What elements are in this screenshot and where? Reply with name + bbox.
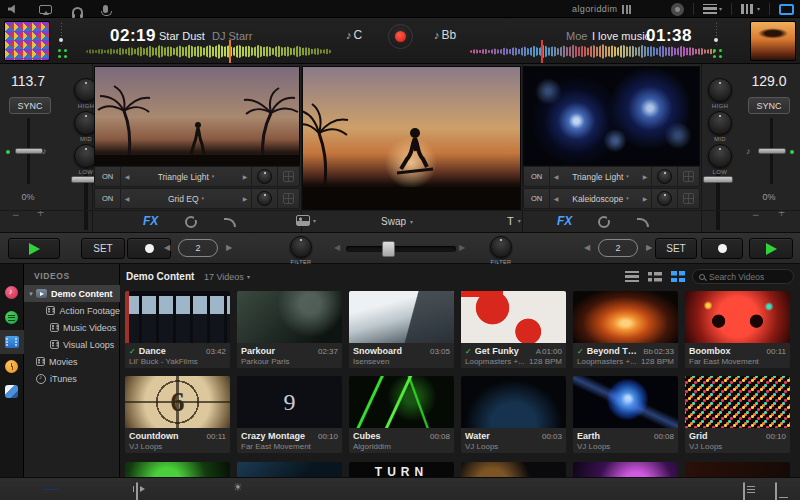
video-preview-deck-b[interactable] <box>523 66 700 166</box>
fx-amount-knob[interactable] <box>657 169 672 184</box>
list-view-icon[interactable] <box>625 271 639 282</box>
fx-next-icon[interactable]: ▶ <box>639 195 651 202</box>
fx-on-button[interactable]: ON <box>524 167 550 186</box>
text-tool-button[interactable]: T▾ <box>507 215 521 227</box>
queue-icon[interactable] <box>743 482 745 500</box>
sidebar-item-music-videos[interactable]: Music Videos <box>24 319 120 336</box>
crossfader-left-icon[interactable]: ◀ <box>334 243 340 252</box>
video-card-grid[interactable]: Grid00:10 VJ Loops <box>685 376 790 453</box>
play-button-deck-b[interactable] <box>749 238 793 259</box>
fx-amount-knob[interactable] <box>657 191 672 206</box>
fx-effect-select[interactable]: Kaleidoscope▾ <box>562 194 639 204</box>
fx-toggle-deck-a[interactable]: FX <box>143 214 158 228</box>
tempo-slider-handle-deck-b[interactable] <box>758 148 786 154</box>
loop-double-button-deck-a[interactable]: ▶ <box>226 243 232 252</box>
video-thumbnail[interactable] <box>685 291 790 343</box>
tempo-slider-handle-deck-a[interactable] <box>15 148 43 154</box>
loop-halve-button-deck-a[interactable]: ◀ <box>164 243 170 252</box>
fx-prev-icon[interactable]: ◀ <box>550 195 562 202</box>
fx-prev-icon[interactable]: ◀ <box>121 173 133 180</box>
detail-view-icon[interactable] <box>648 271 662 282</box>
expander-icon[interactable]: ▼ <box>28 291 36 297</box>
fx-prev-icon[interactable]: ◀ <box>121 195 133 202</box>
record-button[interactable] <box>388 24 413 49</box>
video-card-crazy-montage[interactable]: 9 Crazy Montage00:10 Far East Movement <box>237 376 342 453</box>
layout-menu-icon[interactable] <box>703 4 717 14</box>
video-card-cubes[interactable]: Cubes00:08 Algoriddim <box>349 376 454 453</box>
sidebar-item-action-footage[interactable]: Action Footage <box>24 302 120 319</box>
sidebar-item-visual-loops[interactable]: Visual Loops <box>24 336 120 353</box>
loop-length-deck-b[interactable]: 2 <box>598 239 638 257</box>
album-art-deck-a[interactable] <box>4 21 50 61</box>
visual-source-button[interactable]: ▾ <box>296 215 316 226</box>
history-source-icon[interactable] <box>5 360 18 373</box>
video-thumbnail-partial[interactable] <box>573 462 678 477</box>
photos-source-icon[interactable] <box>5 385 18 398</box>
eq-low-knob[interactable] <box>708 144 732 168</box>
record-status-icon[interactable] <box>671 3 684 16</box>
loop-double-button-deck-b[interactable]: ▶ <box>646 243 652 252</box>
fx-next-icon[interactable]: ▶ <box>239 173 251 180</box>
video-thumbnail[interactable] <box>573 376 678 428</box>
sidebar-item-itunes[interactable]: iTunes <box>24 370 120 387</box>
loop-icon-deck-a[interactable] <box>185 216 197 228</box>
video-thumbnail[interactable] <box>573 291 678 343</box>
video-thumbnail[interactable] <box>237 291 342 343</box>
sidebar-item-demo-content[interactable]: ▼ Demo Content <box>24 285 120 302</box>
filter-knob-deck-b[interactable] <box>490 236 512 258</box>
video-thumbnail-partial[interactable]: TURN <box>349 462 454 477</box>
video-thumbnail-partial[interactable] <box>125 462 230 477</box>
fx-on-button[interactable]: ON <box>95 167 121 186</box>
video-preview-deck-a[interactable] <box>94 66 300 166</box>
fx-toggle-deck-b[interactable]: FX <box>557 214 572 228</box>
keyboard-icon[interactable] <box>775 482 777 500</box>
automix-icon[interactable] <box>136 482 138 500</box>
spotify-source-icon[interactable] <box>5 311 18 324</box>
brightness-icon[interactable]: ☀ <box>233 481 247 494</box>
video-card-earth[interactable]: Earth00:08 VJ Loops <box>573 376 678 453</box>
search-input[interactable] <box>709 272 787 282</box>
grid-view-icon[interactable] <box>671 271 685 282</box>
video-card-parkour[interactable]: Parkour02:37 Parkour Paris <box>237 291 342 368</box>
video-thumbnail[interactable] <box>461 291 566 343</box>
display-icon[interactable] <box>779 4 794 15</box>
video-thumbnail[interactable] <box>349 291 454 343</box>
microphone-icon[interactable] <box>103 5 108 13</box>
video-thumbnail[interactable] <box>349 376 454 428</box>
album-art-deck-b[interactable] <box>750 21 796 61</box>
fx-pad-grid-icon[interactable] <box>283 171 294 182</box>
autofade-icon-deck-a[interactable] <box>224 218 236 227</box>
fx-effect-select[interactable]: Grid EQ▾ <box>133 194 239 204</box>
headphones-icon[interactable] <box>72 7 83 15</box>
waveform-deck-a[interactable] <box>86 42 332 61</box>
video-thumbnail[interactable]: 6 <box>125 376 230 428</box>
video-card-dance[interactable]: ✓Dance03:42 Lil' Buck - YakFilms <box>125 291 230 368</box>
video-thumbnail[interactable] <box>461 376 566 428</box>
fx-on-button[interactable]: ON <box>95 189 121 208</box>
fx-pad-grid-icon[interactable] <box>683 171 694 182</box>
fx-effect-select[interactable]: Triangle Light▾ <box>133 172 239 182</box>
video-card-get-funky[interactable]: ✓Get FunkyA01:00 Loopmasters +...128 BPM <box>461 291 566 368</box>
cue-set-button-deck-a[interactable]: SET <box>81 238 125 259</box>
eq-mid-knob[interactable] <box>708 111 732 135</box>
swap-button[interactable]: Swap▾ <box>381 216 413 227</box>
eq-high-knob[interactable] <box>708 78 732 102</box>
video-card-snowboard[interactable]: Snowboard03:05 Isenseven <box>349 291 454 368</box>
mixer-menu-icon[interactable] <box>741 4 755 14</box>
video-card-boombox[interactable]: Boombox00:11 Far East Movement <box>685 291 790 368</box>
video-thumbnail-partial[interactable] <box>237 462 342 477</box>
sidebar-item-movies[interactable]: Movies <box>24 353 120 370</box>
search-box[interactable] <box>692 269 794 284</box>
videos-source-icon[interactable] <box>5 336 19 348</box>
crossfader-handle[interactable] <box>382 241 395 257</box>
cue-button-deck-b[interactable] <box>701 238 743 259</box>
video-card-water[interactable]: Water00:03 VJ Loops <box>461 376 566 453</box>
fx-prev-icon[interactable]: ◀ <box>550 173 562 180</box>
video-thumbnail[interactable] <box>685 376 790 428</box>
video-card-countdown[interactable]: 6 Countdown00:11 VJ Loops <box>125 376 230 453</box>
library-count-dropdown[interactable]: 17 Videos▾ <box>204 272 250 282</box>
autofade-icon-deck-b[interactable] <box>637 218 649 227</box>
sync-button-deck-b[interactable]: SYNC <box>748 97 790 114</box>
loop-halve-button-deck-b[interactable]: ◀ <box>584 243 590 252</box>
crossfader[interactable] <box>346 241 456 257</box>
